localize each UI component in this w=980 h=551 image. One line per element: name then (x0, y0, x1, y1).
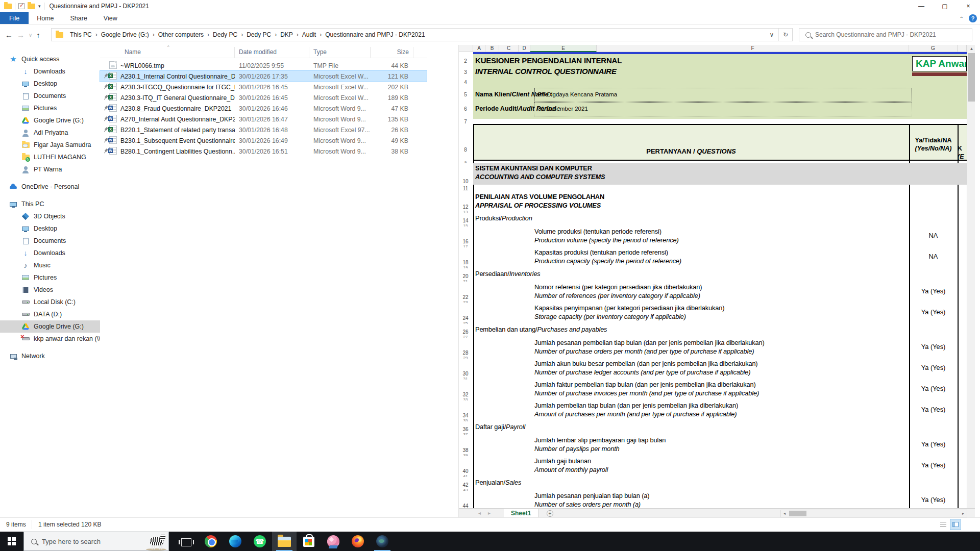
column-header-date-modified[interactable]: Date modified (235, 47, 309, 58)
firefox-taskbar-button[interactable] (346, 532, 370, 551)
add-sheet-icon[interactable]: + (547, 510, 553, 517)
vertical-scrollbar[interactable]: ▲ (967, 45, 975, 508)
breadcrumb-item-dedy-pc[interactable]: Dedy PC (209, 31, 241, 38)
sidebar-item-data-d[interactable]: DATA (D:) (0, 308, 100, 320)
sidebar-item-quick-access[interactable]: ★Quick access (0, 53, 100, 65)
tab-view[interactable]: View (95, 12, 126, 24)
minimize-ribbon-icon[interactable]: ⌃ (960, 16, 964, 21)
close-button[interactable]: × (957, 0, 980, 12)
sidebar-item-network[interactable]: Network (0, 350, 100, 362)
column-header-name[interactable]: Name ⌃ (100, 47, 235, 58)
help-icon[interactable]: ? (969, 14, 977, 22)
sidebar-item-desktop[interactable]: Desktop (0, 222, 100, 235)
microsoft-store-taskbar-button[interactable] (297, 532, 321, 551)
new-folder-icon[interactable] (28, 4, 35, 9)
breadcrumb-item-questionnaire-and-pmpj-dkp2021[interactable]: Questionnaire and PMPJ - DKP2021 (322, 31, 428, 38)
hscrollbar-thumb[interactable] (789, 511, 806, 516)
refresh-icon[interactable]: ↻ (779, 31, 792, 38)
edge-taskbar-button[interactable] (223, 532, 248, 551)
sidebar-item-google-drive-g[interactable]: Google Drive (G:) (0, 320, 100, 333)
excel-column-f[interactable]: F (597, 45, 909, 52)
sidebar-item-downloads[interactable]: ↓Downloads (0, 247, 100, 259)
properties-icon[interactable] (18, 3, 24, 9)
large-icons-view-button[interactable] (950, 519, 961, 530)
breadcrumb-item-dkp[interactable]: DKP (277, 31, 297, 38)
breadcrumb-item-google-drive-g[interactable]: Google Drive (G:) (97, 31, 153, 38)
sidebar-item-music[interactable]: ♪Music (0, 259, 100, 271)
breadcrumb-item-dedy-pc[interactable]: Dedy PC (243, 31, 275, 38)
tab-share[interactable]: Share (62, 12, 95, 24)
file-type: Microsoft Excel W... (309, 73, 371, 80)
excel-column-c[interactable]: C (499, 45, 519, 52)
file-row-b230-1-subsequent-event-questionnaire[interactable]: B230.1_Subsequent Event Questionnaire_..… (100, 135, 427, 146)
brain-app-taskbar-button[interactable] (321, 532, 346, 551)
file-row-a230-3-itq-it-general-questionnaire-dk[interactable]: A230.3-ITQ_IT General Questionnaire_DK..… (100, 92, 427, 103)
start-button[interactable] (0, 532, 23, 551)
file-row-a230-3-itgcq-questionnaire-for-itgc-dk[interactable]: A230.3-ITGCQ_Questionnaire for ITGC_DK..… (100, 82, 427, 92)
details-view-button[interactable] (938, 519, 948, 530)
maximize-button[interactable]: ▢ (933, 0, 957, 12)
excel-column-e[interactable]: E (530, 45, 597, 52)
sidebar-item-local-disk-c[interactable]: Local Disk (C:) (0, 296, 100, 308)
scroll-right-icon[interactable]: ▸ (960, 510, 967, 517)
file-row-a270-internal-audit-questionnaire-dkp2[interactable]: A270_Internal Audit Questionnaire_DKP2..… (100, 114, 427, 124)
taskbar-search-box[interactable]: Type here to search (23, 532, 169, 551)
excel-corner[interactable] (958, 45, 967, 52)
sidebar-item-luthfi-magang[interactable]: LUTHFI MAGANG (0, 151, 100, 163)
sidebar-item-this-pc[interactable]: This PC (0, 198, 100, 210)
file-row-b280-1-contingent-liabilities-questionn[interactable]: B280.1_Contingent Liabilities Questionn.… (100, 146, 427, 157)
sidebar-item-label: DATA (D:) (34, 311, 62, 318)
sidebar-item-google-drive-g[interactable]: Google Drive (G:) (0, 114, 100, 127)
excel-corner[interactable] (459, 45, 473, 52)
back-button[interactable]: ← (5, 31, 13, 39)
tab-file[interactable]: File (0, 12, 29, 24)
tab-home[interactable]: Home (29, 12, 62, 24)
column-header-size[interactable]: Size (371, 47, 413, 58)
excel-column-d[interactable]: D (519, 45, 530, 52)
sheet-nav-arrows[interactable]: ◂▸ (478, 510, 498, 516)
breadcrumb-item-other-computers[interactable]: Other computers (155, 31, 207, 38)
scroll-left-icon[interactable]: ◂ (781, 510, 788, 517)
minimize-button[interactable]: — (910, 0, 933, 12)
column-header-type[interactable]: Type (309, 47, 371, 58)
file-row-wrl0066-tmp[interactable]: ~WRL0066.tmp11/02/2025 9:55TMP File44 KB (100, 60, 427, 71)
scrollbar-thumb[interactable] (968, 53, 975, 102)
sidebar-item-kkp-anwar-dan-rekan-1[interactable]: kkp anwar dan rekan (\\1 (0, 333, 100, 345)
zebra-image[interactable] (144, 532, 167, 550)
excel-column-g[interactable]: G (909, 45, 958, 52)
address-dropdown-icon[interactable]: ∨ (765, 31, 778, 38)
file-explorer-taskbar-button[interactable] (272, 532, 297, 551)
recent-locations-icon[interactable]: ∨ (29, 32, 32, 38)
breadcrumb-item-this-pc[interactable]: This PC (66, 31, 95, 38)
sidebar-item-onedrive-personal[interactable]: OneDrive - Personal (0, 181, 100, 193)
sidebar-item-downloads[interactable]: ↓Downloads (0, 65, 100, 78)
sidebar-item-documents[interactable]: Documents (0, 235, 100, 247)
file-row-b220-1-statement-of-related-party-transac[interactable]: B220.1_Statement of related party transa… (100, 124, 427, 135)
sidebar-item-pt-warna[interactable]: PT Warna (0, 163, 100, 176)
address-bar[interactable]: This PC›Google Drive (G:)›Other computer… (51, 28, 793, 41)
sidebar-item-adi-priyatna[interactable]: Adi Priyatna (0, 127, 100, 139)
question-text-id: Volume produksi (tentukan periode refere… (534, 228, 662, 235)
sidebar-item-3d-objects[interactable]: 3D Objects (0, 210, 100, 222)
breadcrumb-item-audit[interactable]: Audit (299, 31, 320, 38)
chrome-taskbar-button[interactable] (199, 532, 223, 551)
sidebar-item-desktop[interactable]: Desktop (0, 78, 100, 90)
excel-column-b[interactable]: B (485, 45, 499, 52)
up-button[interactable]: ↑ (36, 31, 40, 39)
scroll-up-icon[interactable]: ▲ (967, 45, 975, 53)
forward-button[interactable]: → (17, 31, 24, 39)
file-row-a230-8-fraud-questionnaire-dkp2021[interactable]: A230.8_Fraud Questionnaire_DKP202130/01/… (100, 103, 427, 114)
sidebar-item-pictures[interactable]: Pictures (0, 271, 100, 284)
horizontal-scrollbar[interactable]: ◂ ▸ (780, 510, 967, 517)
sidebar-item-figar-jaya-samudra[interactable]: Figar Jaya Samudra (0, 139, 100, 151)
globe-app-taskbar-button[interactable] (370, 532, 395, 551)
task-view-taskbar-button[interactable] (174, 532, 199, 551)
qat-dropdown-icon[interactable]: ▾ (38, 4, 41, 9)
sidebar-item-videos[interactable]: Videos (0, 284, 100, 296)
sidebar-item-documents[interactable]: Documents (0, 90, 100, 102)
whatsapp-taskbar-button[interactable]: ☎ (248, 532, 272, 551)
search-box[interactable]: Search Questionnaire and PMPJ - DKP2021 (799, 28, 972, 41)
excel-column-a[interactable]: A (473, 45, 485, 52)
file-row-a230-1-internal-control-questionnaire-d[interactable]: A230.1_Internal Control Questionnaire_D.… (100, 71, 427, 82)
sidebar-item-pictures[interactable]: Pictures (0, 102, 100, 114)
